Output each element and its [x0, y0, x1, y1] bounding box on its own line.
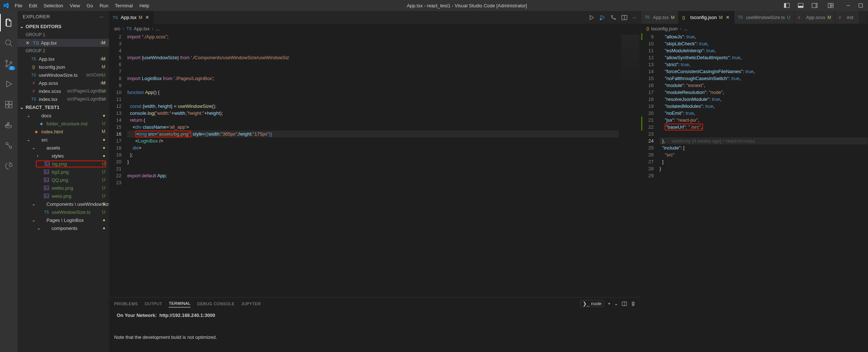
tree-item[interactable]: TS useWindowSize.ts U — [18, 208, 109, 216]
tab-item[interactable]: TS useWindowSize.ts U — [734, 11, 794, 24]
new-terminal-icon[interactable]: + — [608, 301, 610, 306]
activity-remote[interactable] — [0, 137, 18, 154]
tree-item[interactable]: ⌄ src ● — [18, 136, 109, 144]
open-editor-item[interactable]: # App.scss src M — [18, 79, 109, 87]
tree-item[interactable]: ⌄ Pages \ LoginBox ● — [18, 216, 109, 224]
json-file-icon: {} — [31, 65, 37, 69]
terminal-launch-profile[interactable]: ❯_ node — [580, 300, 604, 307]
terminal-dropdown-icon[interactable]: ⌄ — [614, 301, 618, 306]
tree-item[interactable]: ◆ folder_structure.md U — [18, 120, 109, 128]
layout-panel-left-icon[interactable] — [782, 1, 792, 10]
debug-run-icon[interactable] — [599, 14, 606, 21]
svg-point-15 — [10, 62, 12, 64]
compare-changes-icon[interactable] — [610, 14, 617, 21]
minimize-icon[interactable] — [844, 2, 853, 9]
menu-file[interactable]: File — [12, 1, 25, 10]
close-icon[interactable]: ✕ — [26, 40, 31, 46]
activity-explorer[interactable] — [0, 14, 18, 31]
open-editor-item[interactable]: {} tsconfig.json M — [18, 63, 109, 71]
tree-item[interactable]: QQ.png U — [18, 176, 109, 184]
image-file-icon — [44, 177, 49, 182]
chevron-icon: ⌄ — [27, 113, 31, 118]
terminal-content[interactable]: On Your Network: http://192.168.240.1:30… — [109, 310, 641, 352]
activity-run-debug[interactable] — [0, 75, 18, 93]
sidebar-more-icon[interactable]: ··· — [99, 14, 104, 19]
minimap[interactable] — [619, 33, 641, 297]
json-file-icon: {} — [646, 26, 649, 31]
tree-item[interactable]: bg3.png U — [18, 168, 109, 176]
panel-tab-output[interactable]: OUTPUT — [144, 300, 162, 307]
image-file-icon — [44, 161, 50, 166]
open-editor-item[interactable]: ✕ TS App.tsx src M — [18, 39, 109, 47]
open-editors-section[interactable]: ⌄ OPEN EDITORS — [18, 22, 109, 31]
menu-edit[interactable]: Edit — [26, 1, 40, 10]
maximize-icon[interactable] — [856, 2, 865, 9]
breadcrumb[interactable]: src› TS App.tsx› ... — [109, 24, 641, 33]
breadcrumb-2[interactable]: {} tsconfig.json› ... — [641, 24, 868, 33]
git-status: ● — [103, 137, 105, 142]
run-icon[interactable] — [588, 14, 595, 21]
project-section[interactable]: ⌄ REACT_TEST1 — [18, 103, 109, 111]
tab-app-tsx[interactable]: TS App.tsx M ✕ — [109, 11, 154, 24]
svg-rect-5 — [815, 3, 817, 8]
tree-item[interactable]: ⌄ Components \ useWindowSize ● — [18, 200, 109, 208]
activity-extensions[interactable] — [0, 96, 18, 113]
open-editor-item[interactable]: TS App.tsx src M — [18, 55, 109, 63]
ts-file-icon: TS — [31, 97, 37, 101]
tree-item[interactable]: weibo.png U — [18, 184, 109, 192]
svg-point-27 — [46, 163, 47, 164]
tab-item[interactable]: # App.scss M — [794, 11, 835, 24]
panel-tab-jupyter[interactable]: JUPYTER — [241, 300, 261, 307]
activity-edge[interactable] — [0, 157, 18, 175]
split-terminal-icon[interactable] — [622, 301, 627, 306]
git-status: U — [102, 209, 105, 215]
git-status: M — [102, 129, 105, 134]
close-tab-icon[interactable]: ✕ — [144, 15, 150, 20]
menu-run[interactable]: Run — [97, 1, 111, 10]
panel-tab-problems[interactable]: PROBLEMS — [114, 300, 138, 307]
menu-help[interactable]: Help — [136, 1, 152, 10]
tree-item[interactable]: ⌄ assets ● — [18, 144, 109, 152]
tree-item[interactable]: ⌄ components ● — [18, 224, 109, 232]
tree-item[interactable]: weixi.png U — [18, 192, 109, 200]
layout-panel-bottom-icon[interactable] — [796, 1, 806, 10]
kill-terminal-icon[interactable] — [631, 301, 636, 306]
tree-item[interactable]: ◆ index.html M — [18, 128, 109, 136]
group-2-header[interactable]: GROUP 2 — [18, 47, 109, 55]
tree-item[interactable]: bg.png U — [18, 160, 109, 168]
activity-docker[interactable] — [0, 116, 18, 134]
open-editor-item[interactable]: # index.scss src\Pages\LoginBox U — [18, 87, 109, 95]
panel-tab-terminal[interactable]: TERMINAL — [169, 300, 191, 307]
tab-item[interactable]: # ind — [835, 11, 859, 24]
group-1-header[interactable]: GROUP 1 — [18, 31, 109, 39]
tab-item[interactable]: {} tsconfig.json M ✕ — [679, 11, 734, 24]
menu-go[interactable]: Go — [84, 1, 96, 10]
more-actions-icon[interactable]: ··· — [632, 14, 637, 21]
panel-tab-debug-console[interactable]: DEBUG CONSOLE — [197, 300, 234, 307]
menu-view[interactable]: View — [67, 1, 83, 10]
open-editor-item[interactable]: TS useWindowSize.ts src\Com... U — [18, 71, 109, 79]
layout-customize-icon[interactable] — [826, 1, 836, 10]
activity-source-control[interactable]: 31 — [0, 55, 18, 72]
git-status: M — [102, 56, 105, 61]
vscode-logo-icon — [3, 3, 9, 8]
scss-file-icon: # — [31, 89, 37, 93]
menu-terminal[interactable]: Terminal — [112, 1, 136, 10]
activity-search[interactable] — [0, 34, 18, 52]
menu-selection[interactable]: Selection — [41, 1, 66, 10]
tab-item[interactable]: TS App.tsx M — [641, 11, 679, 24]
file-tree: ⌄ docs ● ◆ folder_structure.md U ◆ index… — [18, 111, 109, 352]
editor-body-2[interactable]: 9101112131415161718192021222324252627282… — [641, 33, 868, 352]
close-tab-icon[interactable]: ✕ — [725, 15, 730, 20]
svg-point-13 — [6, 60, 8, 62]
tree-item[interactable]: ⌄ docs ● — [18, 111, 109, 120]
git-status: ● — [103, 113, 105, 118]
svg-rect-10 — [859, 4, 863, 7]
git-status: ● — [103, 217, 105, 223]
layout-panel-right-icon[interactable] — [809, 1, 820, 10]
split-editor-icon[interactable] — [621, 14, 628, 21]
open-editor-item[interactable]: TS index.tsx src\Pages\LoginBox U — [18, 95, 109, 103]
editor-body-1[interactable]: 234567891011121314151617181920212223 imp… — [109, 33, 641, 297]
tabs-group-1: TS App.tsx M ✕ ··· — [109, 11, 641, 24]
tree-item[interactable]: › styles ● — [18, 152, 109, 160]
